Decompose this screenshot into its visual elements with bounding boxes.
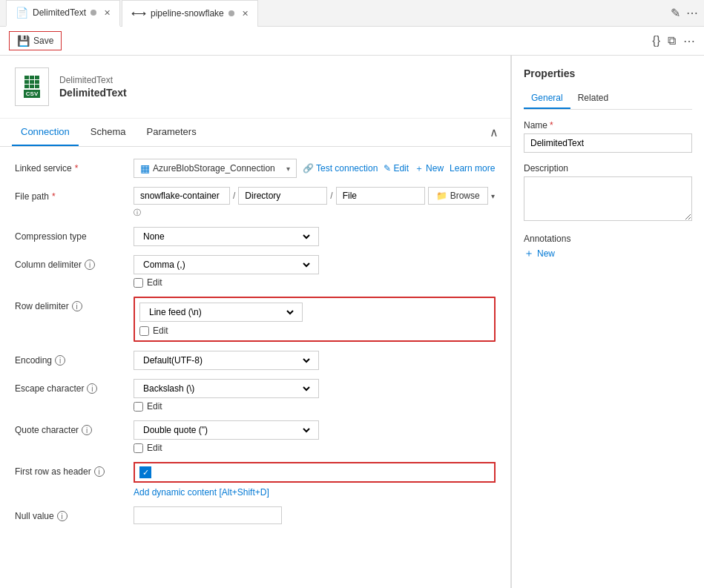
row-delimiter-edit-checkbox[interactable]	[139, 326, 149, 336]
pipeline-tab-icon: ⟷	[131, 7, 146, 19]
null-value-info-icon[interactable]: i	[57, 511, 68, 521]
tab-close-delimited[interactable]: ✕	[104, 8, 111, 18]
tab-parameters[interactable]: Parameters	[137, 119, 205, 146]
pipeline-tab-label: pipeline-snowflake	[151, 8, 224, 19]
learn-more-link[interactable]: Learn more	[450, 163, 495, 174]
more-tabs-icon[interactable]: ⋯	[686, 6, 698, 20]
escape-character-dropdown[interactable]: Backslash (\)	[140, 383, 312, 394]
props-description-textarea[interactable]	[524, 176, 692, 221]
file-path-row: File path * / / 📁 Browse ▾	[15, 187, 496, 218]
row-delimiter-select[interactable]: Line feed (\n)	[139, 303, 303, 322]
tab-connection[interactable]: Connection	[12, 119, 79, 146]
null-value-label: Null value i	[15, 506, 126, 521]
props-tab-related[interactable]: Related	[570, 88, 616, 109]
escape-character-select[interactable]: Backslash (\)	[134, 379, 319, 398]
copy-icon[interactable]: ⧉	[668, 34, 676, 47]
quote-character-select[interactable]: Double quote (")	[134, 420, 319, 440]
left-panel: CSV DelimitedText DelimitedText Connecti…	[0, 56, 511, 588]
escape-character-info-icon[interactable]: i	[87, 383, 97, 394]
column-delimiter-select[interactable]: Comma (,)	[134, 255, 319, 274]
first-row-highlight-box: ✓	[134, 462, 496, 483]
save-button[interactable]: 💾 Save	[9, 31, 62, 50]
encoding-select[interactable]: Default(UTF-8)	[134, 351, 319, 370]
collapse-panel-button[interactable]: ∧	[490, 125, 499, 139]
file-path-label: File path *	[15, 187, 126, 202]
props-tab-general[interactable]: General	[524, 88, 570, 109]
quote-character-edit-row: Edit	[134, 443, 496, 453]
dynamic-content-link[interactable]: Add dynamic content [Alt+Shift+D]	[134, 487, 496, 498]
dataset-info: DelimitedText DelimitedText	[59, 75, 127, 99]
tab-pipeline-snowflake[interactable]: ⟷ pipeline-snowflake ✕	[122, 0, 258, 27]
null-value-row: Null value i	[15, 506, 496, 524]
dataset-header: CSV DelimitedText DelimitedText	[0, 56, 510, 119]
tab-bar: 📄 DelimitedText ✕ ⟷ pipeline-snowflake ✕…	[0, 0, 704, 27]
tab-delimited-text[interactable]: 📄 DelimitedText ✕	[6, 0, 120, 27]
add-annotation-label: New	[537, 248, 555, 259]
encoding-dropdown[interactable]: Default(UTF-8)	[140, 354, 312, 366]
row-delimiter-label: Row delimiter i	[15, 297, 126, 311]
test-connection-link[interactable]: 🔗 Test connection	[303, 163, 378, 174]
edit-pencil-icon[interactable]: ✎	[671, 6, 680, 20]
linked-service-label: Linked service *	[15, 159, 126, 174]
add-annotation-button[interactable]: ＋ New	[524, 247, 692, 260]
more-actions-icon[interactable]: ⋯	[683, 34, 695, 48]
compression-type-select[interactable]: None	[134, 227, 319, 246]
directory-input[interactable]	[238, 187, 327, 205]
escape-character-edit-checkbox[interactable]	[134, 402, 143, 412]
new-link[interactable]: ＋ New	[415, 162, 444, 175]
row-delimiter-dropdown[interactable]: Line feed (\n)	[146, 306, 296, 318]
props-description-label: Description	[524, 163, 692, 174]
row-delimiter-info-icon[interactable]: i	[72, 301, 82, 311]
file-input[interactable]	[336, 187, 425, 205]
save-icon: 💾	[17, 35, 30, 47]
first-row-as-header-row: First row as header i ✓ Add dynamic cont…	[15, 462, 496, 498]
linked-service-control: ▦ AzureBlobStorage_Connection ▾ 🔗 Test c…	[134, 159, 496, 178]
encoding-info-icon[interactable]: i	[55, 355, 65, 366]
escape-character-label: Escape character i	[15, 379, 126, 394]
column-delimiter-label: Column delimiter i	[15, 255, 126, 270]
quote-character-edit-checkbox[interactable]	[134, 443, 143, 453]
props-description-field: Description	[524, 163, 692, 223]
null-value-control	[134, 506, 496, 524]
first-row-info-icon[interactable]: i	[94, 466, 105, 477]
column-delimiter-info-icon[interactable]: i	[85, 260, 95, 270]
plus-icon: ＋	[415, 162, 424, 175]
properties-title: Properties	[524, 67, 692, 79]
linked-service-arrow-icon: ▾	[286, 165, 290, 173]
null-value-input[interactable]	[134, 506, 282, 524]
path-dropdown-arrow[interactable]: ▾	[491, 192, 495, 200]
tab-close-pipeline[interactable]: ✕	[242, 9, 249, 19]
column-delimiter-control: Comma (,) Edit	[134, 255, 496, 288]
compression-type-control: None	[134, 227, 496, 246]
row-delimiter-highlight-box: Line feed (\n) Edit	[134, 297, 496, 342]
compression-type-label: Compression type	[15, 227, 126, 242]
file-path-inputs: / / 📁 Browse ▾ ⓘ	[134, 187, 496, 218]
code-braces-icon[interactable]: {}	[652, 34, 660, 47]
first-row-checkbox[interactable]: ✓	[139, 466, 151, 478]
file-path-control: / / 📁 Browse ▾ ⓘ	[134, 187, 496, 218]
row-delimiter-row: Row delimiter i Line feed (\n) Edit	[15, 297, 496, 342]
linked-service-select[interactable]: ▦ AzureBlobStorage_Connection ▾	[134, 159, 297, 178]
quote-character-row: Quote character i Double quote (") Edit	[15, 420, 496, 453]
compression-type-dropdown[interactable]: None	[140, 231, 312, 242]
props-name-input[interactable]	[524, 133, 692, 153]
tab-schema[interactable]: Schema	[82, 119, 135, 146]
first-row-as-header-label: First row as header i	[15, 462, 126, 477]
column-delimiter-edit-checkbox[interactable]	[134, 278, 143, 288]
props-annotations-field: Annotations ＋ New	[524, 234, 692, 260]
quote-character-dropdown[interactable]: Double quote (")	[140, 424, 312, 436]
path-more-icon[interactable]: ⓘ	[134, 208, 141, 218]
csv-grid	[24, 76, 39, 88]
encoding-row: Encoding i Default(UTF-8)	[15, 351, 496, 370]
tab-bar-actions: ✎ ⋯	[671, 6, 698, 20]
container-input[interactable]	[134, 187, 230, 205]
edit-icon: ✎	[384, 163, 391, 174]
column-delimiter-dropdown[interactable]: Comma (,)	[140, 259, 312, 271]
edit-link[interactable]: ✎ Edit	[384, 163, 409, 174]
main-container: CSV DelimitedText DelimitedText Connecti…	[0, 56, 704, 588]
content-tabs: Connection Schema Parameters ∧	[0, 119, 510, 147]
quote-character-info-icon[interactable]: i	[82, 425, 92, 435]
folder-icon: 📁	[436, 191, 447, 201]
browse-button[interactable]: 📁 Browse	[428, 187, 488, 205]
properties-panel: Properties General Related Name * Descri…	[511, 56, 704, 588]
